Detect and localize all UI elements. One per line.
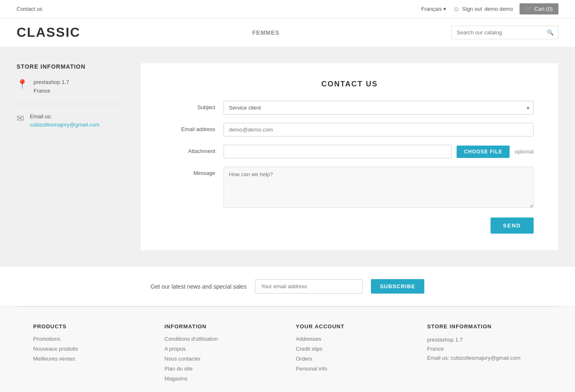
footer-information-col: INFORMATION Conditions d'utilisation A p… [164, 323, 279, 385]
footer-information-list: Conditions d'utilisation A propos Nous c… [164, 335, 279, 382]
header: CLASSIC FEMMES 🔍 [0, 18, 575, 47]
address-text: prestashop 1.7 France [34, 78, 69, 96]
list-item: Promotions [33, 335, 148, 342]
optional-label: optional [515, 148, 534, 155]
footer-store-col: STORE INFORMATION prestashop 1.7 France … [427, 323, 542, 385]
list-item: Plan du site [164, 365, 279, 372]
footer-account-title: YOUR ACCOUNT [296, 323, 411, 330]
list-item: Credit slips [296, 345, 411, 352]
plan-du-site-link[interactable]: Plan du site [164, 366, 192, 372]
contact-us-link[interactable]: Contact us [17, 6, 42, 12]
store-name: prestashop 1.7 [34, 79, 69, 85]
footer-account-col: YOUR ACCOUNT Addresses Credit slips Orde… [296, 323, 411, 385]
location-icon: 📍 [17, 79, 28, 90]
list-item: Orders [296, 355, 411, 362]
message-label: Message [166, 167, 215, 176]
credit-slips-link[interactable]: Credit slips [296, 346, 322, 352]
cart-button[interactable]: 🛒 Cart (0) [520, 3, 558, 14]
conditions-link[interactable]: Conditions d'utilisation [164, 336, 218, 342]
footer-products-list: Promotions Nouveaux produits Meilleures … [33, 335, 148, 362]
choose-file-button[interactable]: CHOOSE FILE [457, 146, 510, 158]
attachment-control: CHOOSE FILE optional [224, 145, 534, 158]
email-input[interactable] [224, 123, 534, 136]
send-btn-row: SEND [166, 218, 534, 234]
list-item: Meilleures ventes [33, 355, 148, 362]
apropos-link[interactable]: A propos [164, 346, 185, 352]
subject-select[interactable]: Service client [224, 101, 534, 115]
nouveaux-produits-link[interactable]: Nouveaux produits [33, 346, 78, 352]
newsletter-section: Get our latest news and special sales SU… [0, 267, 575, 306]
personal-info-link[interactable]: Personal info [296, 366, 327, 372]
main-content: STORE INFORMATION 📍 prestashop 1.7 Franc… [0, 47, 575, 267]
user-icon: ☺ [453, 5, 460, 13]
subject-row: Subject Service client [166, 101, 534, 115]
attachment-wrapper: CHOOSE FILE optional [224, 145, 534, 158]
list-item: Addresses [296, 335, 411, 342]
email-text: Email us: cubizollesmajory@gmail.com [30, 112, 100, 130]
magasins-link[interactable]: Magasins [164, 375, 188, 382]
footer-store-info: prestashop 1.7 France Email us: cubizoll… [427, 335, 542, 363]
email-control [224, 123, 534, 136]
attachment-filename-input[interactable] [224, 145, 452, 158]
list-item: Nouveaux produits [33, 345, 148, 352]
language-selector[interactable]: Français ▾ [421, 6, 446, 12]
promotions-link[interactable]: Promotions [33, 336, 60, 342]
footer: PRODUCTS Promotions Nouveaux produits Me… [0, 306, 575, 392]
send-button[interactable]: SEND [491, 218, 534, 234]
email-info-item: ✉ Email us: cubizollesmajory@gmail.com [17, 112, 124, 138]
subject-control: Service client [224, 101, 534, 115]
cart-label: Cart (0) [534, 6, 553, 12]
store-info-title: STORE INFORMATION [17, 63, 124, 70]
contact-form-container: CONTACT US Subject Service client Email … [141, 63, 558, 250]
list-item: A propos [164, 345, 279, 352]
footer-products-title: PRODUCTS [33, 323, 148, 330]
subscribe-button[interactable]: SUBSCRIBE [371, 279, 425, 294]
list-item: Conditions d'utilisation [164, 335, 279, 342]
email-link[interactable]: cubizollesmajory@gmail.com [30, 122, 100, 128]
mail-icon: ✉ [17, 113, 24, 124]
meilleures-ventes-link[interactable]: Meilleures ventes [33, 356, 75, 362]
email-label: Email us: [30, 113, 52, 120]
email-address-label: Email address [166, 123, 215, 132]
username-display: demo demo [484, 6, 513, 12]
cart-icon: 🛒 [525, 6, 532, 12]
footer-store-country: France [427, 346, 444, 352]
nous-contacter-link[interactable]: Nous contacter [164, 356, 200, 362]
store-country: France [34, 88, 50, 94]
address-info-item: 📍 prestashop 1.7 France [17, 78, 124, 104]
nav-item-femmes[interactable]: FEMMES [252, 29, 279, 36]
subject-label: Subject [166, 101, 215, 110]
search-button[interactable]: 🔍 [543, 26, 558, 39]
chevron-down-icon: ▾ [443, 6, 446, 12]
main-nav: FEMMES [252, 29, 279, 36]
language-label: Français [421, 6, 442, 12]
top-bar-right: Français ▾ ☺ Sign out demo demo 🛒 Cart (… [421, 3, 558, 14]
email-row: Email address [166, 123, 534, 136]
footer-account-list: Addresses Credit slips Orders Personal i… [296, 335, 411, 372]
search-input[interactable] [452, 26, 543, 39]
addresses-link[interactable]: Addresses [296, 336, 321, 342]
message-textarea[interactable] [224, 167, 534, 208]
list-item: Nous contacter [164, 355, 279, 362]
footer-store-title: STORE INFORMATION [427, 323, 542, 330]
logo[interactable]: CLASSIC [17, 25, 80, 40]
search-icon: 🔍 [547, 29, 554, 36]
contact-form-title: CONTACT US [166, 80, 534, 88]
attachment-row: Attachment CHOOSE FILE optional [166, 145, 534, 158]
store-info-sidebar: STORE INFORMATION 📍 prestashop 1.7 Franc… [17, 63, 124, 250]
sign-out-link[interactable]: Sign out [462, 6, 482, 12]
footer-store-email: Email us: cubizollesmajory@gmail.com [427, 355, 521, 361]
attachment-label: Attachment [166, 145, 215, 154]
top-bar: Contact us Français ▾ ☺ Sign out demo de… [0, 0, 575, 18]
contact-link-wrapper: Contact us [17, 6, 42, 12]
message-control [224, 167, 534, 209]
footer-store-name: prestashop 1.7 [427, 337, 463, 343]
list-item: Magasins [164, 375, 279, 382]
footer-grid: PRODUCTS Promotions Nouveaux produits Me… [33, 323, 542, 385]
newsletter-email-input[interactable] [255, 279, 363, 294]
list-item: Personal info [296, 365, 411, 372]
newsletter-text: Get our latest news and special sales [151, 283, 247, 290]
orders-link[interactable]: Orders [296, 356, 313, 362]
footer-information-title: INFORMATION [164, 323, 279, 330]
footer-products-col: PRODUCTS Promotions Nouveaux produits Me… [33, 323, 148, 385]
